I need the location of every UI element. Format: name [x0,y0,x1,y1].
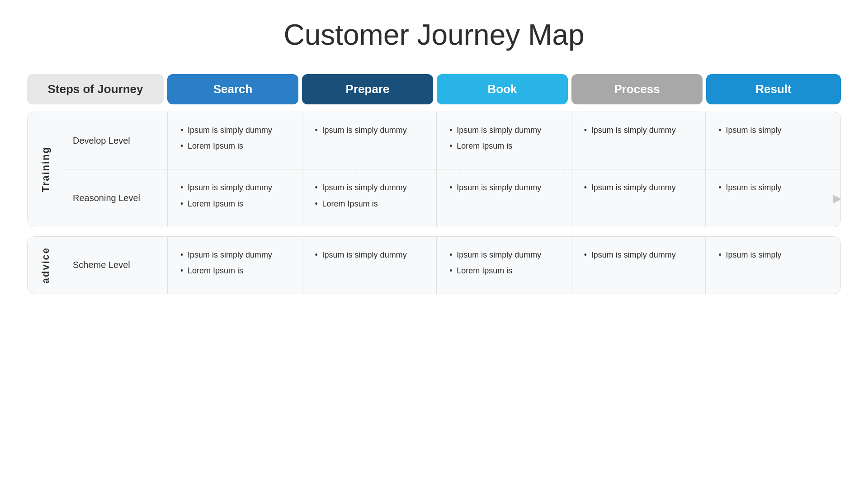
list-item: Ipsum is simply [717,182,830,193]
scheme-prepare-cell: Ipsum is simply dummy [302,237,437,294]
reasoning-process-cell: Ipsum is simply dummy [571,169,706,226]
scheme-process-cell: Ipsum is simply dummy [571,237,706,294]
develop-search-cell: Ipsum is simply dummy Lorem Ipsum is [168,112,302,169]
develop-result-cell: Ipsum is simply [706,112,840,169]
header-prepare: Prepare [302,74,433,104]
list-item: Lorem Ipsum is [179,141,291,152]
scheme-search-cell: Ipsum is simply dummy Lorem Ipsum is [168,237,302,294]
reasoning-book-cell: Ipsum is simply dummy [437,169,571,226]
list-item: Ipsum is simply dummy [313,249,426,261]
section-advice: advice Scheme Level Ipsum is simply dumm… [27,236,841,294]
section-training: Training Develop Level Ipsum is simply d… [27,112,841,227]
list-item: Ipsum is simply dummy [313,182,426,193]
main-container: Steps of Journey Search Prepare Book Pro… [27,74,841,303]
header-steps: Steps of Journey [27,74,164,104]
list-item: Ipsum is simply dummy [448,249,560,261]
list-item: Lorem Ipsum is [313,198,426,210]
reasoning-result-cell: Ipsum is simply ▶ [706,169,840,226]
reasoning-prepare-cell: Ipsum is simply dummy Lorem Ipsum is [302,169,437,226]
list-item: Ipsum is simply dummy [179,182,291,193]
list-item: Ipsum is simply dummy [582,182,695,193]
scheme-level-row: Scheme Level Ipsum is simply dummy Lorem… [64,237,840,294]
list-item: Ipsum is simply dummy [313,125,426,136]
training-content: Develop Level Ipsum is simply dummy Lore… [64,112,840,227]
develop-level-row: Develop Level Ipsum is simply dummy Lore… [64,112,840,169]
header-search: Search [167,74,298,104]
scheme-result-cell: Ipsum is simply [706,237,840,294]
list-item: Lorem Ipsum is [448,265,560,277]
list-item: Ipsum is simply dummy [448,182,560,193]
reasoning-level-label: Reasoning Level [64,169,168,226]
reasoning-level-row: Reasoning Level Ipsum is simply dummy Lo… [64,169,840,226]
scheme-book-cell: Ipsum is simply dummy Lorem Ipsum is [437,237,571,294]
develop-level-label: Develop Level [64,112,168,169]
reasoning-search-cell: Ipsum is simply dummy Lorem Ipsum is [168,169,302,226]
list-item: Lorem Ipsum is [448,141,560,152]
list-item: Lorem Ipsum is [179,265,291,277]
list-item: Ipsum is simply dummy [582,249,695,261]
develop-book-cell: Ipsum is simply dummy Lorem Ipsum is [437,112,571,169]
list-item: Lorem Ipsum is [179,198,291,210]
develop-prepare-cell: Ipsum is simply dummy [302,112,437,169]
advice-content: Scheme Level Ipsum is simply dummy Lorem… [64,237,840,294]
page-title: Customer Journey Map [283,18,584,52]
list-item: Ipsum is simply [717,249,830,261]
arrow-icon: ▶ [833,192,841,205]
training-label: Training [40,146,52,192]
training-label-wrapper: Training [28,112,64,227]
header-book: Book [437,74,568,104]
list-item: Ipsum is simply dummy [179,249,291,261]
develop-process-cell: Ipsum is simply dummy [571,112,706,169]
header-result: Result [706,74,841,104]
list-item: Ipsum is simply dummy [448,125,560,136]
header-process: Process [571,74,703,104]
list-item: Ipsum is simply [717,125,830,136]
list-item: Ipsum is simply dummy [582,125,695,136]
advice-label-wrapper: advice [28,237,64,294]
header-row: Steps of Journey Search Prepare Book Pro… [27,74,841,104]
scheme-level-label: Scheme Level [64,237,168,294]
list-item: Ipsum is simply dummy [179,125,291,136]
advice-label: advice [40,247,52,284]
